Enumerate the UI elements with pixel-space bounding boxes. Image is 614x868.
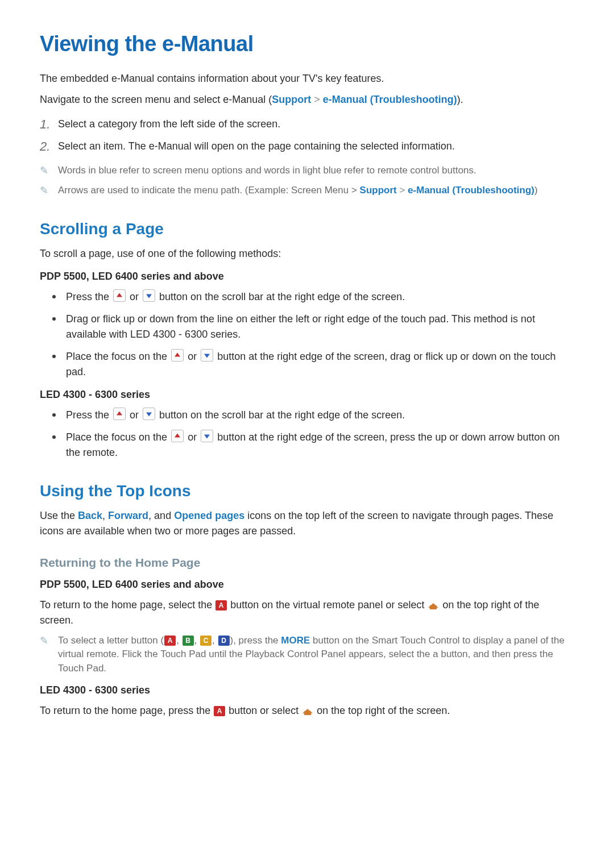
note-text: To select a letter button (A, B, C, D), … xyxy=(58,634,574,676)
emanual-link: e-Manual (Troubleshooting) xyxy=(408,185,534,196)
step-marker: 1. xyxy=(40,117,58,133)
home-notes: ✎ To select a letter button (A, B, C, D)… xyxy=(40,634,574,676)
text: button on the virtual remote panel or se… xyxy=(227,599,427,610)
step-text: Select an item. The e-Manual will open o… xyxy=(58,139,574,154)
up-triangle-icon xyxy=(113,408,126,420)
text: or xyxy=(185,431,200,443)
step-marker: 2. xyxy=(40,139,58,155)
up-triangle-icon xyxy=(171,349,184,362)
text: Place the focus on the xyxy=(66,431,170,443)
section-heading-topicons: Using the Top Icons xyxy=(40,482,574,500)
text: ) xyxy=(534,185,538,196)
support-link: Support xyxy=(272,94,311,105)
note-text: Words in blue refer to screen menu optio… xyxy=(58,164,574,178)
bullet-text: Press the or button on the scroll bar at… xyxy=(66,289,574,305)
text: ), press the xyxy=(230,635,281,646)
a-button-icon: A xyxy=(215,600,227,610)
text: button on the scroll bar at the right ed… xyxy=(156,291,405,302)
d-button-icon: D xyxy=(218,636,230,646)
section-heading-scrolling: Scrolling a Page xyxy=(40,220,574,238)
a-button-icon: A xyxy=(164,636,176,646)
text: To select a letter button ( xyxy=(58,635,164,646)
emanual-link: e-Manual (Troubleshooting) xyxy=(323,94,457,105)
notes-list: ✎ Words in blue refer to screen menu opt… xyxy=(40,164,574,198)
up-triangle-icon xyxy=(113,289,126,302)
down-triangle-icon xyxy=(201,430,213,442)
text: Press the xyxy=(66,291,112,302)
text: Place the focus on the xyxy=(66,351,170,362)
series-label-1: PDP 5500, LED 6400 series and above xyxy=(40,271,574,283)
text: Navigate to the screen menu and select e… xyxy=(40,94,272,105)
series-label-2: LED 4300 - 6300 series xyxy=(40,389,574,401)
a-button-icon: A xyxy=(214,706,225,716)
step-text: Select a category from the left side of … xyxy=(58,117,574,132)
list-item: Press the or button on the scroll bar at… xyxy=(52,408,574,423)
intro-line-2: Navigate to the screen menu and select e… xyxy=(40,92,574,107)
scroll-series2-list: Press the or button on the scroll bar at… xyxy=(52,408,574,460)
bullet-icon xyxy=(52,413,56,417)
text: , xyxy=(194,635,200,646)
bullet-icon xyxy=(52,355,56,358)
subsection-heading-home: Returning to the Home Page xyxy=(40,556,574,570)
list-item: 2. Select an item. The e-Manual will ope… xyxy=(40,139,574,155)
steps-list: 1. Select a category from the left side … xyxy=(40,117,574,155)
back-label: Back xyxy=(78,510,102,521)
down-triangle-icon xyxy=(201,349,213,362)
home-icon xyxy=(428,600,438,609)
page-title: Viewing the e-Manual xyxy=(40,32,574,56)
scroll-intro: To scroll a page, use of one of the foll… xyxy=(40,246,574,261)
text: Use the xyxy=(40,510,78,521)
note-item: ✎ To select a letter button (A, B, C, D)… xyxy=(40,634,574,676)
text: Press the xyxy=(66,409,112,421)
text: or xyxy=(127,291,142,302)
support-link: Support xyxy=(360,185,397,196)
bullet-text: Drag or flick up or down from the line o… xyxy=(66,312,574,342)
text: , xyxy=(176,635,181,646)
series-label-3: PDP 5500, LED 6400 series and above xyxy=(40,579,574,591)
list-item: Place the focus on the or button at the … xyxy=(52,349,574,380)
opened-pages-label: Opened pages xyxy=(174,510,244,521)
note-text: Arrows are used to indicate the menu pat… xyxy=(58,184,574,198)
path-separator: > xyxy=(397,185,408,196)
note-item: ✎ Arrows are used to indicate the menu p… xyxy=(40,184,574,198)
bullet-text: Press the or button on the scroll bar at… xyxy=(66,408,574,423)
series-label-4: LED 4300 - 6300 series xyxy=(40,684,574,696)
bullet-icon xyxy=(52,295,56,298)
list-item: Place the focus on the or button at the … xyxy=(52,430,574,460)
text: on the top right of the screen. xyxy=(314,705,450,716)
text: , xyxy=(102,510,108,521)
text: Arrows are used to indicate the menu pat… xyxy=(58,185,360,196)
down-triangle-icon xyxy=(143,408,155,420)
home-paragraph-1: To return to the home page, select the A… xyxy=(40,597,574,628)
topicons-paragraph: Use the Back, Forward, and Opened pages … xyxy=(40,508,574,539)
text: or xyxy=(185,351,200,362)
text: , and xyxy=(148,510,174,521)
text: button or select xyxy=(226,705,301,716)
down-triangle-icon xyxy=(143,289,155,302)
b-button-icon: B xyxy=(182,636,194,646)
home-paragraph-2: To return to the home page, press the A … xyxy=(40,703,574,719)
pencil-icon: ✎ xyxy=(40,164,58,178)
home-icon xyxy=(302,706,313,715)
forward-label: Forward xyxy=(108,510,148,521)
text: or xyxy=(127,409,142,421)
up-triangle-icon xyxy=(171,430,184,442)
text: To return to the home page, press the xyxy=(40,705,213,716)
list-item: 1. Select a category from the left side … xyxy=(40,117,574,133)
bullet-icon xyxy=(52,317,56,321)
pencil-icon: ✎ xyxy=(40,184,58,198)
bullet-text: Place the focus on the or button at the … xyxy=(66,430,574,460)
text: To return to the home page, select the xyxy=(40,599,215,610)
pencil-icon: ✎ xyxy=(40,634,58,648)
bullet-text: Place the focus on the or button at the … xyxy=(66,349,574,380)
list-item: Drag or flick up or down from the line o… xyxy=(52,312,574,342)
intro-line-1: The embedded e-Manual contains informati… xyxy=(40,71,574,86)
text: , xyxy=(212,635,217,646)
note-item: ✎ Words in blue refer to screen menu opt… xyxy=(40,164,574,178)
manual-page: Viewing the e-Manual The embedded e-Manu… xyxy=(0,0,614,868)
bullet-icon xyxy=(52,435,56,439)
more-label: MORE xyxy=(281,635,310,646)
c-button-icon: C xyxy=(200,636,211,646)
path-separator: > xyxy=(311,94,323,105)
text: ). xyxy=(457,94,463,105)
